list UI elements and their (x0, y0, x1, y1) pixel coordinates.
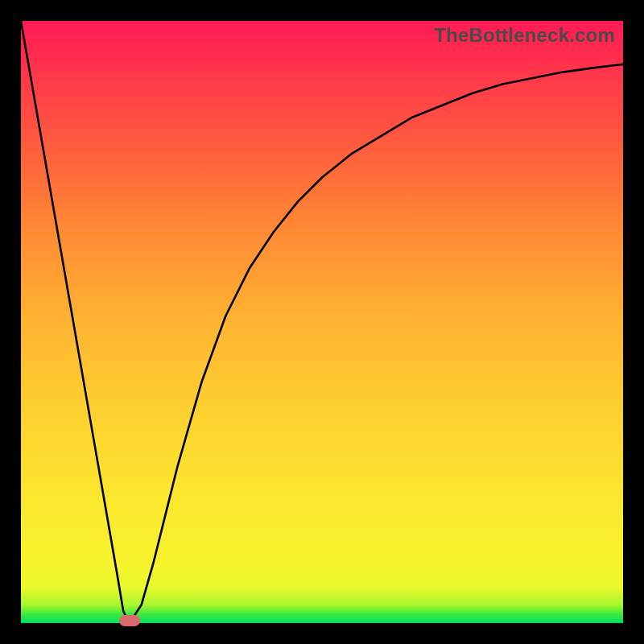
chart-frame: TheBottleneck.com (0, 0, 644, 644)
valley-marker (119, 615, 140, 626)
chart-plot-area: TheBottleneck.com (21, 21, 623, 623)
bottleneck-curve (21, 21, 623, 623)
